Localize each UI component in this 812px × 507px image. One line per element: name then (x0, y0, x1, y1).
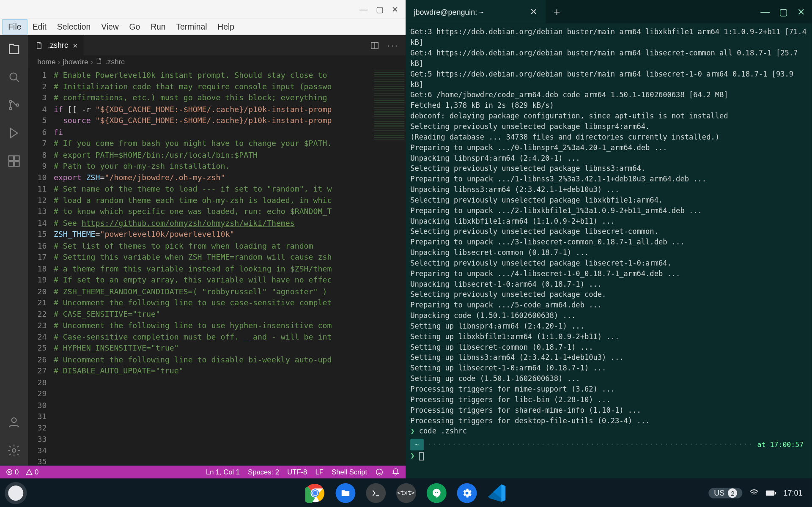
window-titlebar: — ▢ ✕ (0, 0, 406, 19)
settings-gear-icon[interactable] (7, 444, 21, 458)
source-control-icon[interactable] (7, 98, 21, 112)
maximize-button[interactable]: ▢ (376, 5, 384, 14)
feedback-icon[interactable] (375, 468, 383, 476)
menu-item-terminal[interactable]: Terminal (171, 20, 212, 34)
search-icon[interactable] (7, 70, 21, 84)
terminal-tab-bar: jbowdre@penguin: ~ ✕ ＋ — ▢ ✕ (406, 0, 812, 23)
vscode-app-icon[interactable] (487, 483, 507, 503)
menu-item-run[interactable]: Run (145, 20, 171, 34)
terminal-input-line[interactable]: ❯ (410, 450, 807, 461)
editor-area: .zshrc × ··· home › jbowdre › .zshrc 123… (28, 35, 406, 466)
prompt-time: at 17:00:57 (757, 439, 807, 450)
breadcrumb-segment[interactable]: .zshrc (105, 58, 125, 66)
terminal-tab-close-icon[interactable]: ✕ (530, 6, 538, 17)
menu-item-selection[interactable]: Selection (52, 20, 96, 34)
vscode-window: — ▢ ✕ FileEditSelectionViewGoRunTerminal… (0, 0, 406, 479)
launcher-button[interactable] (8, 485, 23, 500)
menu-item-help[interactable]: Help (212, 20, 240, 34)
terminal-tab-title: jbowdre@penguin: ~ (414, 7, 483, 16)
notifications-bell-icon[interactable] (392, 468, 400, 476)
notification-count-badge: 2 (728, 488, 737, 497)
status-errors[interactable]: 0 (6, 468, 19, 476)
minimize-button[interactable]: — (359, 5, 368, 14)
svg-point-0 (10, 73, 17, 80)
accounts-icon[interactable] (7, 416, 21, 430)
svg-rect-7 (15, 162, 19, 166)
svg-rect-5 (15, 156, 19, 160)
menu-item-file[interactable]: File (3, 19, 27, 35)
svg-point-3 (16, 104, 19, 107)
terminal-last-command: ❯ code .zshrc (410, 426, 807, 436)
more-actions-icon[interactable]: ··· (387, 40, 399, 51)
status-language[interactable]: Shell Script (332, 468, 367, 476)
breadcrumb-segment[interactable]: home (37, 58, 55, 66)
battery-icon[interactable] (766, 489, 776, 496)
hangouts-app-icon[interactable] (426, 483, 446, 503)
taskbar: <txt> US 2 17:01 (0, 479, 812, 507)
prompt-cwd: ~ (410, 439, 424, 451)
extensions-icon[interactable] (7, 154, 21, 168)
breadcrumbs[interactable]: home › jbowdre › .zshrc (28, 55, 406, 68)
terminal-app-icon[interactable] (366, 483, 386, 503)
svg-point-1 (9, 100, 12, 103)
clock[interactable]: 17:01 (784, 488, 803, 497)
terminal-minimize-button[interactable]: — (760, 6, 770, 17)
status-warnings[interactable]: 0 (26, 468, 38, 476)
text-editor[interactable]: 1234567891011121314151617181920212223242… (28, 68, 406, 466)
svg-point-8 (12, 418, 16, 422)
breadcrumb-segment[interactable]: jbowdre (63, 58, 88, 66)
code-content[interactable]: # Enable Powerlevel10k instant prompt. S… (54, 68, 373, 466)
minimap[interactable] (373, 68, 406, 466)
settings-app-icon[interactable] (457, 483, 477, 503)
new-tab-button[interactable]: ＋ (546, 0, 568, 23)
wifi-icon[interactable] (750, 488, 759, 497)
terminal-prompt: ~·······································… (410, 439, 807, 451)
split-editor-icon[interactable] (370, 41, 379, 50)
status-indent[interactable]: Spaces: 2 (248, 468, 279, 476)
svg-point-9 (12, 449, 16, 452)
svg-rect-6 (9, 162, 14, 166)
explorer-icon[interactable] (7, 42, 21, 56)
run-debug-icon[interactable] (7, 126, 21, 140)
menu-item-view[interactable]: View (96, 20, 124, 34)
status-eol[interactable]: LF (315, 468, 324, 476)
file-icon (35, 41, 43, 49)
terminal-close-button[interactable]: ✕ (797, 6, 805, 17)
system-tray[interactable]: US 2 17:01 (709, 488, 812, 498)
svg-rect-4 (9, 156, 14, 160)
terminal-maximize-button[interactable]: ▢ (779, 6, 788, 17)
tab-close-icon[interactable]: × (73, 40, 78, 50)
tab-bar: .zshrc × ··· (28, 35, 406, 55)
svg-point-17 (313, 491, 317, 495)
terminal-output[interactable]: Get:3 https://deb.debian.org/debian bust… (406, 23, 812, 478)
ime-indicator[interactable]: US 2 (709, 488, 743, 498)
svg-rect-18 (766, 490, 775, 495)
svg-point-2 (9, 107, 12, 110)
svg-rect-19 (775, 491, 776, 494)
menu-item-edit[interactable]: Edit (27, 20, 52, 34)
activity-bar (0, 35, 28, 466)
taskbar-pinned-apps: <txt> (305, 483, 507, 503)
status-encoding[interactable]: UTF-8 (287, 468, 307, 476)
editor-tab[interactable]: .zshrc × (28, 35, 84, 55)
chrome-app-icon[interactable] (305, 483, 325, 503)
tab-filename: .zshrc (48, 41, 68, 50)
terminal-tab[interactable]: jbowdre@penguin: ~ ✕ (406, 0, 546, 23)
menu-item-go[interactable]: Go (124, 20, 145, 34)
close-button[interactable]: ✕ (392, 5, 399, 14)
terminal-window: jbowdre@penguin: ~ ✕ ＋ — ▢ ✕ Get:3 https… (406, 0, 812, 479)
status-bar: 0 0 Ln 1, Col 1 Spaces: 2 UTF-8 LF Shell… (0, 466, 406, 478)
svg-point-12 (376, 469, 382, 475)
menubar: FileEditSelectionViewGoRunTerminalHelp (0, 19, 406, 35)
files-app-icon[interactable] (335, 483, 355, 503)
text-app-icon[interactable]: <txt> (396, 483, 416, 503)
line-number-gutter: 1234567891011121314151617181920212223242… (28, 68, 54, 466)
status-cursor-position[interactable]: Ln 1, Col 1 (206, 468, 240, 476)
